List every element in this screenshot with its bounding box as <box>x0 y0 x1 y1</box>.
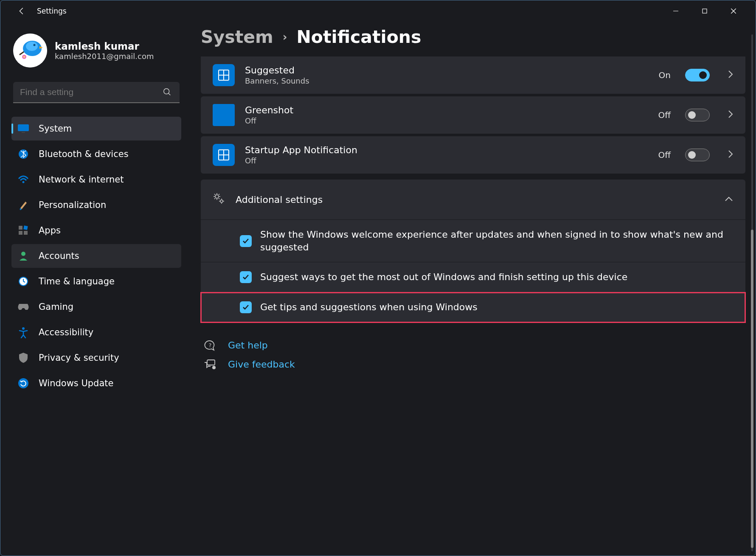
give-feedback-link[interactable]: Give feedback <box>228 359 295 370</box>
app-icon <box>213 144 235 166</box>
app-title: Startup App Notification <box>245 145 648 155</box>
svg-rect-13 <box>22 132 25 133</box>
apps-icon <box>17 224 30 237</box>
app-icon <box>213 64 235 86</box>
toggle-label: Off <box>658 110 671 120</box>
app-sub: Banners, Sounds <box>245 76 649 85</box>
sidebar-item-accessibility[interactable]: Accessibility <box>11 320 181 344</box>
chevron-right-icon[interactable] <box>728 110 734 121</box>
checkbox-row-suggest[interactable]: Suggest ways to get the most out of Wind… <box>201 262 745 292</box>
app-sub: Off <box>245 156 648 165</box>
chevron-right-icon[interactable] <box>728 70 734 81</box>
app-row-suggested[interactable]: Suggested Banners, Sounds On <box>201 56 745 94</box>
svg-rect-16 <box>19 226 22 230</box>
sidebar-item-label: Personalization <box>39 200 106 210</box>
sidebar-item-label: Bluetooth & devices <box>39 149 129 159</box>
svg-point-26 <box>18 378 28 388</box>
app-row-startup[interactable]: Startup App Notification Off Off <box>201 136 745 174</box>
app-title: Greenshot <box>245 105 648 115</box>
toggle-switch[interactable] <box>685 109 710 121</box>
svg-point-7 <box>34 44 36 46</box>
checkbox[interactable] <box>240 301 252 313</box>
sidebar-item-system[interactable]: System <box>11 117 181 140</box>
svg-point-10 <box>164 89 169 94</box>
sidebar-item-network[interactable]: Network & internet <box>11 168 181 191</box>
svg-point-25 <box>22 327 25 330</box>
checkbox-row-welcome[interactable]: Show the Windows welcome experience afte… <box>201 220 745 262</box>
minimize-button[interactable] <box>666 5 685 17</box>
brush-icon <box>17 198 30 212</box>
clock-icon <box>17 275 30 288</box>
user-email: kamlesh2011@gmail.com <box>55 52 154 61</box>
main-content: System › Notifications Suggested Banners… <box>187 22 756 556</box>
person-icon <box>17 249 30 263</box>
avatar <box>13 34 47 67</box>
close-button[interactable] <box>724 5 743 17</box>
sidebar-item-time[interactable]: Time & language <box>11 270 181 293</box>
user-name: kamlesh kumar <box>55 41 154 52</box>
window-controls <box>666 5 750 17</box>
sidebar-item-personalization[interactable]: Personalization <box>11 193 181 217</box>
app-icon <box>213 104 235 126</box>
checkbox[interactable] <box>240 235 252 247</box>
get-help-row[interactable]: ? Get help <box>201 340 745 351</box>
checkbox[interactable] <box>240 271 252 283</box>
chevron-right-icon: › <box>283 31 287 43</box>
svg-rect-17 <box>23 225 28 230</box>
svg-point-15 <box>22 181 25 183</box>
svg-rect-12 <box>18 124 29 131</box>
shield-icon <box>17 351 30 365</box>
svg-line-11 <box>169 93 171 95</box>
app-row-greenshot[interactable]: Greenshot Off Off <box>201 96 745 134</box>
sidebar-item-label: Accessibility <box>39 327 93 337</box>
accessibility-icon <box>17 326 30 339</box>
update-icon <box>17 376 30 390</box>
gears-icon <box>213 192 225 207</box>
sidebar-item-update[interactable]: Windows Update <box>11 371 181 395</box>
toggle-switch[interactable] <box>685 149 710 161</box>
svg-point-20 <box>21 252 25 256</box>
feedback-icon <box>202 359 218 370</box>
svg-point-9 <box>23 56 25 58</box>
scrollbar-thumb[interactable] <box>751 230 753 548</box>
window-title: Settings <box>37 7 67 15</box>
sidebar-item-label: System <box>39 124 72 134</box>
breadcrumb-parent[interactable]: System <box>201 27 273 47</box>
toggle-label: On <box>659 70 671 80</box>
sidebar-item-label: Gaming <box>39 302 73 312</box>
search-input[interactable] <box>13 82 180 103</box>
system-icon <box>17 122 30 135</box>
give-feedback-row[interactable]: Give feedback <box>201 359 745 370</box>
additional-settings-header[interactable]: Additional settings <box>201 180 745 220</box>
section-title: Additional settings <box>236 194 714 205</box>
sidebar-item-label: Accounts <box>39 251 79 261</box>
checkbox-label: Get tips and suggestions when using Wind… <box>260 301 734 314</box>
get-help-link[interactable]: Get help <box>228 340 268 351</box>
svg-text:?: ? <box>209 342 212 348</box>
sidebar-item-accounts[interactable]: Accounts <box>11 244 181 268</box>
svg-point-33 <box>215 195 219 198</box>
checkbox-label: Show the Windows welcome experience afte… <box>260 228 734 253</box>
user-profile[interactable]: kamlesh kumar kamlesh2011@gmail.com <box>11 29 181 79</box>
toggle-switch[interactable] <box>685 69 710 81</box>
chevron-right-icon[interactable] <box>728 149 734 160</box>
help-icon: ? <box>202 340 218 351</box>
checkbox-label: Suggest ways to get the most out of Wind… <box>260 271 734 284</box>
nav: System Bluetooth & devices Network & int… <box>11 117 181 395</box>
svg-rect-18 <box>19 231 22 235</box>
sidebar-item-label: Time & language <box>39 276 115 286</box>
svg-rect-36 <box>207 360 215 365</box>
sidebar-item-gaming[interactable]: Gaming <box>11 295 181 319</box>
maximize-button[interactable] <box>695 5 714 17</box>
back-button[interactable] <box>11 3 33 20</box>
search-icon <box>163 87 172 98</box>
svg-point-37 <box>212 366 216 369</box>
sidebar-item-label: Privacy & security <box>39 353 119 363</box>
sidebar-item-label: Apps <box>39 225 61 236</box>
sidebar-item-apps[interactable]: Apps <box>11 219 181 242</box>
sidebar-item-bluetooth[interactable]: Bluetooth & devices <box>11 142 181 166</box>
titlebar: Settings <box>0 0 756 22</box>
sidebar: kamlesh kumar kamlesh2011@gmail.com Syst… <box>0 22 187 556</box>
sidebar-item-privacy[interactable]: Privacy & security <box>11 346 181 370</box>
checkbox-row-tips[interactable]: Get tips and suggestions when using Wind… <box>201 292 745 323</box>
